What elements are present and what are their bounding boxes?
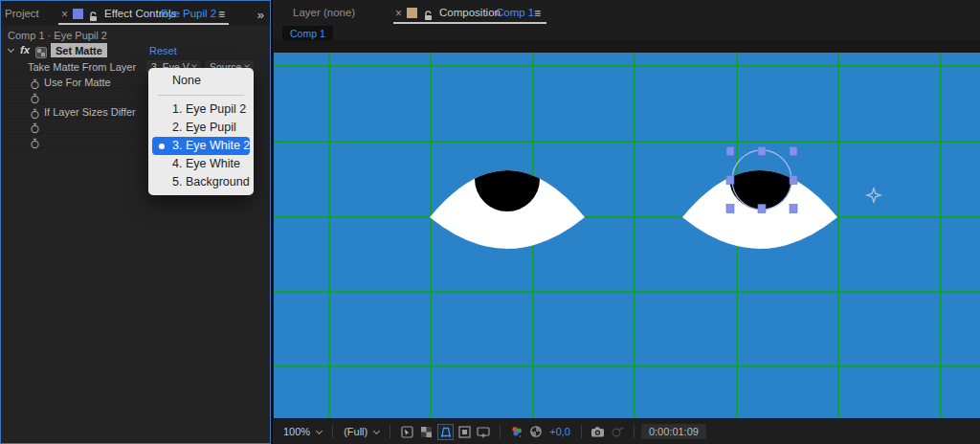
selection-handle[interactable]	[790, 147, 797, 156]
menu-item[interactable]: 4. Eye White	[152, 155, 250, 173]
magnification-dropdown[interactable]: 100%	[279, 426, 325, 437]
panel-title[interactable]: Composition	[439, 7, 501, 18]
param-label: If Layer Sizes Differ	[44, 106, 136, 118]
active-tab-underline	[393, 22, 546, 24]
active-tab-underline	[58, 23, 229, 25]
chevron-down-icon	[316, 427, 323, 433]
menu-item[interactable]: 5. Background	[152, 173, 250, 191]
panel-title-target[interactable]: Comp 1	[496, 7, 534, 18]
effect-controls-panel: Project × Effect Controls Eye Pupil 2 ≡ …	[0, 0, 271, 444]
transparency-grid-icon[interactable]	[418, 424, 434, 440]
expander-chevron-icon[interactable]	[8, 46, 14, 53]
zoom-value: 100%	[283, 426, 310, 437]
menu-item[interactable]: 1. Eye Pupil 2	[152, 100, 250, 119]
menu-item-label: 3. Eye White 2	[172, 139, 250, 152]
current-time-display[interactable]: 0:00:01:09	[641, 424, 706, 439]
divider	[581, 425, 582, 438]
composition-tabbar: Layer (none) × Composition Comp 1 ≡	[273, 0, 980, 25]
comp-color-swatch	[407, 8, 417, 18]
composition-panel: Layer (none) × Composition Comp 1 ≡ Comp…	[273, 0, 980, 444]
panel-title-target[interactable]: Eye Pupil 2	[161, 8, 216, 19]
selection-handle[interactable]	[726, 176, 734, 185]
menu-item-label: 2. Eye Pupil	[172, 121, 236, 134]
guides-safe-zones-icon[interactable]	[476, 424, 492, 440]
close-tab-icon[interactable]: ×	[61, 8, 68, 21]
show-snapshot-icon[interactable]	[609, 424, 625, 440]
divider	[634, 425, 635, 438]
take-matte-from-layer-menu: None1. Eye Pupil 22. Eye Pupil3. Eye Whi…	[148, 68, 254, 195]
menu-item[interactable]: 2. Eye Pupil	[152, 119, 250, 137]
divider	[390, 425, 390, 438]
selection-handle[interactable]	[758, 147, 766, 156]
menu-item-label: 5. Background	[172, 175, 250, 189]
panel-menu-icon[interactable]: ≡	[534, 7, 541, 20]
chevron-down-icon	[191, 62, 197, 68]
tab-layer[interactable]: Layer (none)	[293, 7, 355, 18]
reset-effect-button[interactable]: Reset	[149, 45, 177, 56]
resolution-dropdown[interactable]: (Full)	[340, 426, 383, 437]
chevron-down-icon	[373, 427, 380, 433]
tab-project[interactable]: Project	[5, 8, 39, 19]
param-label: Use For Matte	[44, 77, 111, 88]
menu-item-label: 4. Eye White	[172, 157, 240, 170]
param-label: Take Matte From Layer	[28, 61, 136, 73]
composition-viewer[interactable]	[273, 40, 980, 418]
channels-icon[interactable]	[509, 424, 525, 440]
divider	[500, 425, 501, 438]
viewer-toolbar: 100% (Full) +0,0	[273, 418, 980, 444]
panel-overflow-icon[interactable]: »	[257, 8, 264, 22]
effect-name-selected[interactable]: Set Matte	[51, 43, 107, 57]
exposure-value[interactable]: +0,0	[549, 426, 570, 437]
snapshot-camera-icon[interactable]	[590, 424, 606, 440]
stopwatch-icon[interactable]	[30, 136, 40, 153]
reset-exposure-icon[interactable]	[528, 424, 545, 440]
comp-subtab[interactable]: Comp 1	[282, 26, 333, 40]
resolution-value: (Full)	[344, 426, 368, 437]
viewer-subtab-row: Comp 1	[273, 25, 980, 40]
comp-background[interactable]	[274, 53, 980, 418]
selection-handle[interactable]	[790, 205, 797, 213]
menu-item-label: None	[172, 74, 201, 87]
selected-bullet-icon	[159, 144, 165, 149]
menu-item-label: 1. Eye Pupil 2	[172, 102, 246, 116]
chevron-down-icon	[244, 62, 250, 68]
divider	[332, 425, 333, 438]
selection-handle[interactable]	[726, 147, 734, 156]
effect-controls-tabbar: Project × Effect Controls Eye Pupil 2 ≡ …	[1, 1, 270, 26]
menu-item[interactable]: 3. Eye White 2	[152, 137, 250, 155]
menu-separator	[158, 95, 244, 96]
fx-badge[interactable]: fx	[20, 44, 30, 56]
view-options-icon[interactable]	[399, 424, 415, 440]
menu-item[interactable]: None	[152, 72, 250, 90]
effect-header-row: fx Set Matte Reset	[1, 43, 270, 59]
region-of-interest-icon[interactable]	[457, 424, 473, 440]
close-tab-icon[interactable]: ×	[395, 7, 402, 20]
selection-handle[interactable]	[758, 205, 766, 213]
mask-shape-visibility-icon[interactable]	[437, 424, 454, 440]
layer-color-swatch	[73, 9, 83, 19]
composition-canvas[interactable]	[274, 53, 980, 418]
selection-handle[interactable]	[790, 176, 797, 185]
selection-handle[interactable]	[726, 205, 734, 213]
panel-menu-icon[interactable]: ≡	[218, 8, 225, 21]
breadcrumb: Comp 1 · Eye Pupil 2	[8, 30, 107, 41]
